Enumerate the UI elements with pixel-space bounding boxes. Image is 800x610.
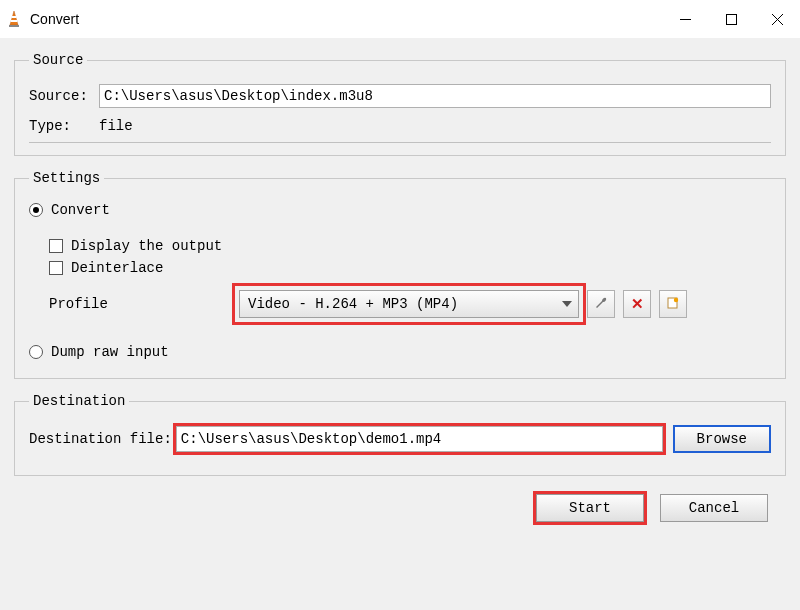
browse-label: Browse: [697, 431, 747, 447]
settings-legend: Settings: [29, 170, 104, 186]
source-group: Source Source: C:\Users\asus\Desktop\ind…: [14, 52, 786, 156]
cancel-label: Cancel: [689, 500, 739, 516]
destination-input[interactable]: C:\Users\asus\Desktop\demo1.mp4: [176, 426, 663, 452]
convert-label: Convert: [51, 202, 110, 218]
checkbox-icon: [49, 261, 63, 275]
cancel-button[interactable]: Cancel: [660, 494, 768, 522]
display-output-label: Display the output: [71, 238, 222, 254]
cross-icon: ✕: [631, 295, 644, 313]
browse-button[interactable]: Browse: [673, 425, 771, 453]
svg-rect-1: [12, 16, 17, 18]
profile-dropdown[interactable]: Video - H.264 + MP3 (MP4): [239, 290, 579, 318]
convert-radio[interactable]: Convert: [29, 202, 771, 218]
profile-label: Profile: [49, 296, 239, 312]
destination-file-label: Destination file:: [29, 431, 172, 447]
svg-rect-5: [726, 14, 736, 24]
deinterlace-checkbox[interactable]: Deinterlace: [49, 260, 771, 276]
document-icon: [666, 296, 680, 313]
source-value: C:\Users\asus\Desktop\index.m3u8: [104, 88, 373, 104]
type-label: Type:: [29, 118, 99, 134]
wrench-icon: [594, 296, 608, 313]
app-icon: [6, 10, 22, 28]
svg-rect-2: [11, 20, 18, 22]
radio-icon: [29, 203, 43, 217]
radio-icon: [29, 345, 43, 359]
source-legend: Source: [29, 52, 87, 68]
destination-group: Destination Destination file: C:\Users\a…: [14, 393, 786, 476]
new-profile-button[interactable]: [659, 290, 687, 318]
start-button[interactable]: Start: [536, 494, 644, 522]
destination-value: C:\Users\asus\Desktop\demo1.mp4: [181, 431, 441, 447]
title-bar: Convert: [0, 0, 800, 38]
settings-group: Settings Convert Display the output Dein…: [14, 170, 786, 379]
minimize-button[interactable]: [662, 0, 708, 38]
maximize-button[interactable]: [708, 0, 754, 38]
chevron-down-icon: [562, 301, 572, 307]
display-output-checkbox[interactable]: Display the output: [49, 238, 771, 254]
profile-value: Video - H.264 + MP3 (MP4): [248, 296, 458, 312]
source-input[interactable]: C:\Users\asus\Desktop\index.m3u8: [99, 84, 771, 108]
start-label: Start: [569, 500, 611, 516]
svg-point-9: [674, 297, 678, 301]
window-controls: [662, 0, 800, 38]
svg-rect-3: [9, 25, 19, 27]
type-value: file: [99, 118, 133, 134]
close-button[interactable]: [754, 0, 800, 38]
checkbox-icon: [49, 239, 63, 253]
source-label: Source:: [29, 88, 99, 104]
destination-legend: Destination: [29, 393, 129, 409]
dump-label: Dump raw input: [51, 344, 169, 360]
window-title: Convert: [30, 11, 662, 27]
delete-profile-button[interactable]: ✕: [623, 290, 651, 318]
dump-raw-radio[interactable]: Dump raw input: [29, 344, 771, 360]
edit-profile-button[interactable]: [587, 290, 615, 318]
deinterlace-label: Deinterlace: [71, 260, 163, 276]
